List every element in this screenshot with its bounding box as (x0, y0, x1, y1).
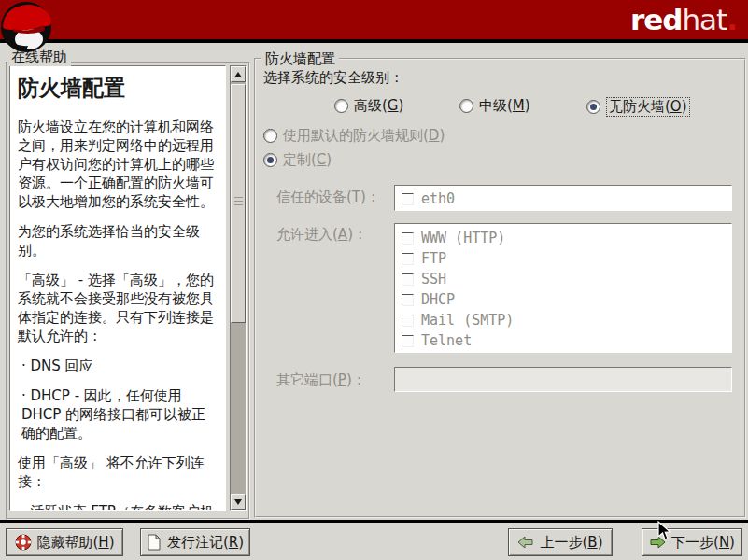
release-notes-button[interactable]: 发行注记(R) (140, 528, 250, 556)
help-paragraph: 为您的系统选择恰当的安全级别。 (18, 222, 218, 259)
help-panel: 防火墙配置 防火墙设立在您的计算机和网络之间，用来判定网络中的远程用户有权访问您… (6, 62, 250, 520)
help-bullet: · 活跃状态 FTP（在多数客户机中默认使用的被动状态 FTP，应该能够正常运行… (18, 502, 218, 511)
checkbox-telnet (402, 335, 414, 347)
radio-circle-selected (263, 153, 277, 167)
wordmark-dot: . (727, 3, 737, 36)
back-button[interactable]: 上一步(B) (508, 528, 613, 556)
checkbox-eth0 (402, 193, 414, 205)
help-text-area: 防火墙配置 防火墙设立在您的计算机和网络之间，用来判定网络中的远程用户有权访问您… (9, 65, 226, 511)
allow-service-name: WWW (HTTP) (421, 230, 505, 246)
footer-bar: 隐藏帮助(H) 发行注记(R) 上一步(B) (0, 520, 748, 560)
firewall-frame-label: 防火墙配置 (261, 50, 339, 68)
radio-label: 定制(C) (283, 151, 332, 169)
radio-label: 中级(M) (479, 97, 530, 115)
back-label: 上一步(B) (540, 534, 602, 552)
back-arrow-icon (517, 535, 534, 550)
checkbox-mail-smtp (402, 315, 414, 327)
release-notes-label: 发行注记(R) (167, 534, 244, 552)
allow-service-row: SSH (395, 269, 731, 289)
header-banner: redhat. (0, 0, 748, 43)
checkbox-ssh (402, 273, 414, 286)
radio-level-medium[interactable]: 中级(M) (459, 97, 530, 115)
allow-incoming-label: 允许进入(A)： (276, 226, 367, 244)
wordmark-red: red (630, 3, 683, 36)
trusted-device-name: eth0 (421, 190, 455, 207)
allow-service-name: FTP (421, 250, 446, 267)
radio-circle (334, 99, 348, 113)
allow-service-name: SSH (421, 271, 446, 287)
release-notes-document-icon (147, 534, 162, 551)
wordmark-hat: hat (682, 3, 727, 36)
help-scrollbar[interactable] (230, 65, 247, 511)
allow-service-name: Telnet (421, 332, 472, 349)
checkbox-ftp (402, 253, 414, 265)
security-level-label: 选择系统的安全级别： (263, 69, 403, 87)
radio-circle (263, 129, 277, 143)
redhat-shadowman-logo-icon (0, 0, 54, 54)
hide-help-label: 隐藏帮助(H) (37, 534, 115, 552)
checkbox-www-http (402, 232, 414, 245)
allow-service-name: Mail (SMTP) (421, 312, 514, 329)
help-lifering-icon (15, 534, 32, 551)
hide-help-button[interactable]: 隐藏帮助(H) (6, 528, 123, 556)
allow-service-row: Mail (SMTP) (395, 310, 731, 330)
scroll-up-icon (234, 72, 242, 77)
radio-circle-selected (586, 100, 600, 114)
mouse-cursor-icon (657, 521, 672, 541)
allow-service-row: FTP (395, 248, 731, 269)
help-paragraph: 使用「高级」 将不允许下列连接： (18, 454, 218, 491)
radio-label: 高级(G) (354, 97, 403, 115)
scrollbar-thumb[interactable] (231, 84, 246, 323)
radio-circle (459, 99, 473, 113)
allow-service-name: DHCP (421, 291, 455, 308)
help-title: 防火墙配置 (18, 74, 218, 103)
allow-service-row: Telnet (395, 330, 731, 351)
redhat-wordmark: redhat. (630, 3, 737, 36)
help-bullet: · DHCP - 因此，任何使用 DHCP 的网络接口都可以被正确的配置。 (18, 386, 218, 442)
radio-level-high[interactable]: 高级(G) (334, 97, 403, 115)
next-label: 下一步(N) (671, 534, 735, 552)
radio-default-firewall-rules: 使用默认的防火墙规则(D) (263, 127, 445, 145)
installer-window: redhat. 在线帮助 防火墙配置 防火墙设立在您的计算机和网络之间，用来判定… (0, 0, 748, 560)
trusted-devices-label: 信任的设备(T)： (276, 189, 380, 206)
radio-customize: 定制(C) (263, 151, 332, 169)
other-ports-label: 其它端口(P)： (276, 371, 366, 389)
allow-incoming-list: WWW (HTTP) FTP SSH DHCP Mail (SMTP) (394, 223, 732, 353)
other-ports-input (394, 367, 732, 392)
radio-level-no-firewall[interactable]: 无防火墙(O) (586, 97, 690, 117)
allow-service-row: DHCP (395, 289, 731, 310)
radio-label-focused: 无防火墙(O) (606, 97, 690, 117)
scroll-up-button[interactable] (231, 66, 246, 82)
scrollbar-grip-icon (234, 197, 243, 198)
allow-service-row: WWW (HTTP) (395, 228, 731, 248)
trusted-devices-list: eth0 (394, 185, 732, 211)
trusted-device-row: eth0 (395, 189, 731, 209)
checkbox-dhcp (402, 294, 414, 306)
scroll-down-icon (234, 499, 242, 505)
help-bullet: · DNS 回应 (18, 357, 218, 375)
firewall-panel: 选择系统的安全级别： 高级(G) 中级(M) 无防火墙(O) 使用默认的防火墙规… (254, 58, 746, 518)
radio-label: 使用默认的防火墙规则(D) (283, 127, 445, 145)
scroll-down-button[interactable] (231, 494, 246, 510)
help-paragraph: 「高级」 - 选择「高级」，您的系统就不会接受那些没有被您具体指定的连接。只有下… (18, 271, 218, 345)
help-paragraph: 防火墙设立在您的计算机和网络之间，用来判定网络中的远程用户有权访问您的计算机上的… (18, 118, 218, 211)
